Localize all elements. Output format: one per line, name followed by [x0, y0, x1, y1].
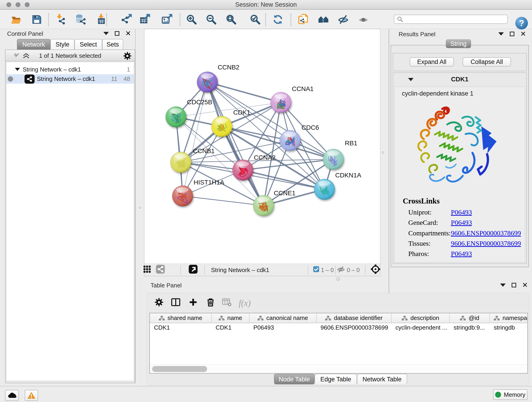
network-graph[interactable]: CCNB2CCNA1CDC25BCDK1CDC6RB1CCNB1CCNA2CDK…: [144, 29, 380, 264]
table-cell[interactable]: stringdb:9...: [450, 323, 490, 332]
memory-button[interactable]: Memory: [493, 389, 527, 400]
panel-menu-icon[interactable]: [103, 32, 109, 35]
expand-all-button[interactable]: Expand All: [410, 57, 454, 66]
network-node-HIST1H1A[interactable]: [172, 186, 193, 206]
network-node-CDC6[interactable]: [280, 130, 300, 151]
panel-float-icon[interactable]: [115, 31, 119, 36]
table-row[interactable]: CDK1CDK1P064939606.ENSP00000378699cyclin…: [150, 323, 528, 332]
zoom-fit-icon[interactable]: [225, 13, 237, 26]
network-canvas[interactable]: CCNB2CCNA1CDC25BCDK1CDC6RB1CCNB1CCNA2CDK…: [144, 29, 380, 276]
birdseye-grid-icon[interactable]: [143, 265, 151, 274]
table-hscrollbar-thumb[interactable]: [152, 366, 207, 372]
table-cell[interactable]: cyclin-dependent ...: [391, 323, 450, 332]
table-panel-menu-icon[interactable]: [500, 283, 506, 287]
left-splitter[interactable]: [135, 29, 144, 383]
network-node-CDC25B[interactable]: [166, 107, 186, 127]
network-node-CDKN1A[interactable]: [314, 179, 335, 200]
crosslink-value-link[interactable]: P06493: [451, 219, 472, 226]
network-node-CCNE1[interactable]: [253, 195, 274, 216]
warning-button[interactable]: [25, 390, 38, 401]
tab-network[interactable]: Network: [17, 39, 51, 50]
zoom-out-icon[interactable]: [205, 13, 217, 26]
table-delete-icon[interactable]: [206, 298, 215, 308]
table-cell[interactable]: CDK1: [150, 323, 211, 332]
refresh-icon[interactable]: [272, 13, 284, 26]
table-add-icon[interactable]: [189, 298, 198, 308]
column-header-canonical-name[interactable]: canonical name: [249, 313, 317, 323]
network-node-CCNA1[interactable]: [271, 92, 291, 113]
tab-sets[interactable]: Sets: [102, 39, 123, 50]
network-collection-row[interactable]: String Network – cdk1 1: [6, 65, 134, 74]
gene-section-header[interactable]: CDK1: [393, 73, 526, 87]
save-session-icon[interactable]: [31, 13, 43, 26]
table-panel-float-icon[interactable]: [512, 283, 516, 287]
right-splitter-handle[interactable]: [381, 151, 385, 154]
collapse-all-button[interactable]: Collapse All: [462, 57, 511, 66]
table-cell[interactable]: stringdb: [490, 323, 528, 332]
import-table-file-icon[interactable]: [95, 13, 108, 26]
crosslink-value-link[interactable]: P06493: [451, 208, 472, 216]
crosslink-value-link[interactable]: 9606.ENSP00000378699: [451, 229, 521, 237]
column-header-name[interactable]: name: [211, 313, 249, 323]
left-splitter-handle[interactable]: [138, 206, 142, 209]
network-node-CCNB1[interactable]: [171, 152, 191, 172]
export-table-icon[interactable]: [139, 13, 152, 26]
tab-select[interactable]: Select: [75, 39, 102, 50]
network-node-CCNA2[interactable]: [233, 160, 253, 180]
import-network-database-icon[interactable]: [75, 13, 87, 26]
selected-checkbox-icon[interactable]: [313, 266, 319, 274]
column-header-database-identifier[interactable]: database identifier: [317, 313, 391, 323]
table-cell[interactable]: P06493: [249, 323, 317, 332]
protein-structure-image: [408, 105, 502, 187]
network-node-CDK1[interactable]: [211, 116, 232, 137]
tab-string[interactable]: String: [446, 39, 471, 48]
import-network-file-icon[interactable]: [54, 13, 66, 26]
network-node-RB1[interactable]: [323, 149, 344, 170]
table-cell[interactable]: 9606.ENSP00000378699: [317, 323, 391, 332]
network-edge[interactable]: [183, 196, 264, 206]
cloud-button[interactable]: [5, 390, 19, 401]
table-columns-icon[interactable]: [171, 298, 180, 308]
horizontal-splitter[interactable]: [144, 276, 529, 282]
open-in-window-icon[interactable]: [189, 264, 198, 275]
fit-crosshair-icon[interactable]: [370, 264, 380, 276]
tree-expander-icon[interactable]: [14, 66, 20, 73]
results-panel-menu-icon[interactable]: [498, 32, 504, 36]
export-network-icon[interactable]: [120, 13, 133, 26]
tab-edge-table[interactable]: Edge Table: [315, 374, 357, 384]
copy-network-icon[interactable]: [297, 13, 310, 26]
column-header-description[interactable]: description: [391, 313, 450, 323]
network-node-CCNB2[interactable]: [197, 72, 218, 92]
network-options-gear-icon[interactable]: [123, 52, 132, 62]
hide-structures-icon[interactable]: [337, 13, 349, 26]
table-settings-gear-icon[interactable]: [155, 298, 163, 308]
help-button[interactable]: ?: [515, 17, 528, 30]
export-image-icon[interactable]: [161, 13, 173, 26]
show-structures-icon[interactable]: [357, 13, 370, 26]
panel-close-icon[interactable]: ✕: [125, 31, 131, 36]
column-header-shared-name[interactable]: shared name: [150, 313, 211, 323]
tab-node-table[interactable]: Node Table: [274, 374, 315, 384]
column-header-namespace[interactable]: namespace: [490, 313, 528, 323]
table-hscrollbar[interactable]: [150, 364, 527, 373]
results-panel-float-icon[interactable]: [510, 32, 514, 36]
home-layout-icon[interactable]: [317, 13, 330, 26]
table-panel-close-icon[interactable]: ✕: [522, 283, 528, 287]
zoom-in-icon[interactable]: [185, 13, 198, 26]
crosslink-value-link[interactable]: P06493: [451, 250, 472, 258]
search-input[interactable]: [394, 15, 508, 24]
search-field[interactable]: [404, 16, 507, 23]
tab-style[interactable]: Style: [51, 39, 75, 50]
tab-network-table[interactable]: Network Table: [357, 374, 407, 384]
network-share-icon[interactable]: [156, 264, 165, 275]
horizontal-splitter-handle[interactable]: [336, 277, 340, 281]
column-header--id[interactable]: @id: [450, 313, 490, 323]
node-table[interactable]: shared namenamecanonical namedatabase id…: [149, 313, 528, 374]
results-panel-close-icon[interactable]: ✕: [520, 32, 526, 36]
zoom-selected-icon[interactable]: [249, 13, 261, 26]
network-edge[interactable]: [207, 82, 264, 206]
network-row[interactable]: String Network – cdk1 11 48: [6, 74, 134, 84]
crosslink-value-link[interactable]: 9606.ENSP00000378699: [451, 240, 521, 247]
open-session-icon[interactable]: [10, 13, 22, 26]
table-cell[interactable]: CDK1: [211, 323, 249, 332]
